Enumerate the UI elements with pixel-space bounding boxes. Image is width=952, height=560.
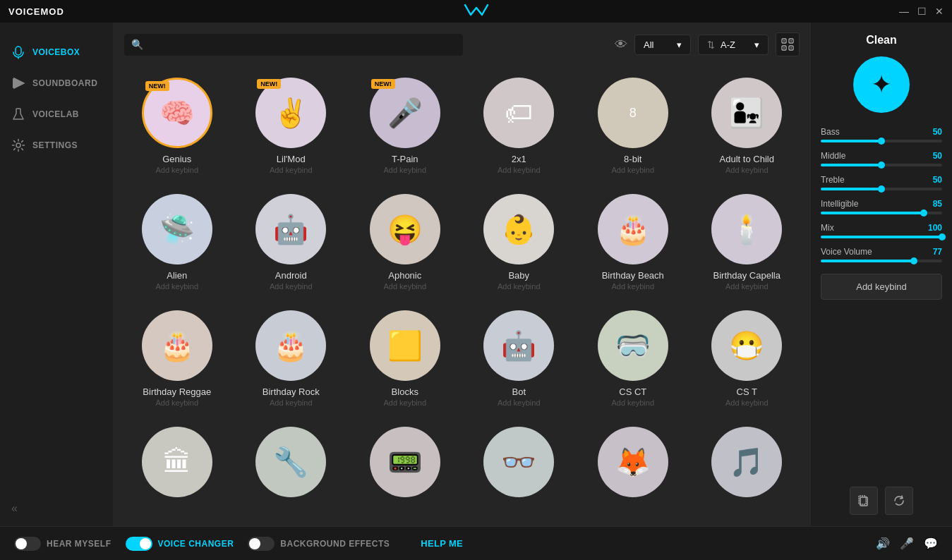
help-me-button[interactable]: HELP ME: [421, 538, 463, 549]
voice-card-birthdayrock[interactable]: 🎂Birthday RockAdd keybind: [239, 305, 344, 413]
voice-keybind-baby[interactable]: Add keybind: [498, 282, 541, 291]
voice-keybind-birthdaybeach[interactable]: Add keybind: [611, 282, 654, 291]
voice-keybind-birthdayrock[interactable]: Add keybind: [270, 398, 313, 407]
voice-card-r4[interactable]: 👓: [466, 421, 572, 509]
voice-avatar-birthdaybeach: 🎂: [598, 194, 668, 264]
sidebar-item-voicebox[interactable]: VOICEBOX: [0, 37, 113, 68]
voice-card-r2[interactable]: 🔧: [239, 421, 344, 509]
voice-keybind-birthdayreggae[interactable]: Add keybind: [155, 398, 198, 407]
slider-label-mix: Mix: [821, 223, 834, 233]
voice-card-8bit[interactable]: 88-bitAdd keybind: [580, 72, 686, 180]
slider-track-middle[interactable]: [821, 164, 942, 166]
search-input[interactable]: [124, 34, 463, 56]
slider-header-middle: Middle 50: [821, 151, 942, 161]
add-keybind-button[interactable]: Add keybind: [821, 274, 942, 300]
voice-keybind-adulttochild[interactable]: Add keybind: [725, 166, 769, 174]
slider-value-voice_volume: 77: [933, 247, 942, 257]
slider-header-voice_volume: Voice Volume 77: [821, 247, 942, 257]
slider-track-bass[interactable]: [821, 140, 942, 142]
sort-dropdown[interactable]: ⇅ A-Z ▾: [698, 35, 769, 55]
sidebar-collapse-button[interactable]: «: [0, 491, 113, 526]
slider-thumb-treble: [878, 185, 885, 193]
panel-actions: [850, 487, 913, 515]
svg-point-12: [783, 47, 785, 49]
slider-thumb-intelligible: [920, 209, 927, 217]
slider-thumb-voice_volume: [910, 257, 917, 264]
voice-card-birthdaycapella[interactable]: 🕯️Birthday CapellaAdd keybind: [694, 188, 800, 296]
voice-keybind-birthdaycapella[interactable]: Add keybind: [725, 282, 769, 291]
voice-keybind-alien[interactable]: Add keybind: [155, 282, 198, 291]
slider-track-intelligible[interactable]: [821, 212, 942, 214]
voice-keybind-8bit[interactable]: Add keybind: [611, 166, 654, 174]
voice-card-bot[interactable]: 🤖BotAdd keybind: [466, 305, 572, 413]
title-bar: VOICEMOD — ☐ ✕: [0, 0, 952, 23]
sidebar-item-voicelab[interactable]: VOICELAB: [0, 99, 113, 130]
voice-name-genius: Genius: [162, 154, 191, 164]
voice-keybind-blocks[interactable]: Add keybind: [383, 398, 426, 407]
voice-keybind-android[interactable]: Add keybind: [270, 282, 313, 291]
voice-card-r6[interactable]: 🎵: [694, 421, 800, 509]
voice-name-8bit: 8-bit: [624, 154, 641, 164]
reset-button[interactable]: [885, 487, 913, 515]
voice-name-2x1: 2x1: [512, 154, 526, 164]
toggle-knob: [16, 538, 27, 549]
panel-title: Clean: [866, 34, 897, 47]
copy-button[interactable]: [850, 487, 878, 515]
voice-keybind-bot[interactable]: Add keybind: [498, 398, 541, 407]
voice-grid-wrap: NEW!🧠GeniusAdd keybindNEW!✌️Lil'ModAdd k…: [113, 66, 811, 526]
volume-icon[interactable]: 🔊: [876, 537, 890, 550]
voice-emoji-birthdaybeach: 🎂: [615, 213, 651, 246]
voice-emoji-bot: 🤖: [501, 329, 536, 363]
hear-myself-toggle[interactable]: [14, 537, 41, 551]
voice-card-tpain[interactable]: NEW!🎤T-PainAdd keybind: [352, 72, 458, 180]
voice-card-baby[interactable]: 👶BabyAdd keybind: [466, 188, 572, 296]
voice-card-r3[interactable]: 📟: [352, 421, 458, 509]
close-button[interactable]: ✕: [935, 6, 944, 17]
filter-dropdown[interactable]: All ▾: [634, 35, 691, 55]
voice-changer-toggle[interactable]: [126, 537, 152, 551]
voice-card-blocks[interactable]: 🟨BlocksAdd keybind: [352, 305, 458, 413]
voice-card-lilmod[interactable]: NEW!✌️Lil'ModAdd keybind: [239, 72, 344, 180]
svg-point-11: [790, 40, 792, 42]
maximize-button[interactable]: ☐: [917, 6, 927, 17]
sidebar-item-soundboard[interactable]: SOUNDBOARD: [0, 68, 113, 99]
voice-card-aphonic[interactable]: 😝AphonicAdd keybind: [352, 188, 458, 296]
voice-avatar-lilmod: NEW!✌️: [255, 78, 326, 148]
voice-card-genius[interactable]: NEW!🧠GeniusAdd keybind: [124, 72, 230, 180]
voice-card-cst[interactable]: 😷CS TAdd keybind: [694, 305, 800, 413]
voice-card-r1[interactable]: 🏛: [124, 421, 230, 509]
eye-icon[interactable]: 👁: [615, 37, 627, 52]
voice-card-r5[interactable]: 🦊: [580, 421, 686, 509]
slider-track-voice_volume[interactable]: [821, 260, 942, 262]
random-button[interactable]: [776, 32, 800, 56]
bottom-right-icons: 🔊 🎤 💬: [876, 537, 938, 550]
voice-keybind-lilmod[interactable]: Add keybind: [270, 166, 313, 174]
voice-card-birthdayreggae[interactable]: 🎂Birthday ReggaeAdd keybind: [124, 305, 230, 413]
voice-card-2x1[interactable]: 🏷2x1Add keybind: [466, 72, 572, 180]
mic-icon[interactable]: 🎤: [900, 537, 914, 550]
voice-keybind-cst[interactable]: Add keybind: [725, 398, 769, 407]
slider-track-treble[interactable]: [821, 188, 942, 190]
voice-keybind-csct[interactable]: Add keybind: [611, 398, 654, 407]
slider-row-bass: Bass 50: [821, 127, 942, 142]
minimize-button[interactable]: —: [899, 6, 909, 17]
chat-icon[interactable]: 💬: [924, 537, 938, 550]
hear-myself-wrap: HEAR MYSELF: [14, 537, 112, 551]
voice-keybind-2x1[interactable]: Add keybind: [498, 166, 541, 174]
voice-card-csct[interactable]: 🥽CS CTAdd keybind: [580, 305, 686, 413]
slider-header-treble: Treble 50: [821, 175, 942, 185]
voice-card-adulttochild[interactable]: 👨‍👧Adult to ChildAdd keybind: [694, 72, 800, 180]
voice-avatar-r3: 📟: [370, 427, 440, 497]
slider-value-bass: 50: [933, 127, 942, 137]
voice-card-android[interactable]: 🤖AndroidAdd keybind: [239, 188, 344, 296]
slider-track-mix[interactable]: [821, 236, 942, 238]
voice-keybind-tpain[interactable]: Add keybind: [383, 166, 426, 174]
slider-value-intelligible: 85: [933, 199, 942, 209]
voice-keybind-genius[interactable]: Add keybind: [155, 166, 198, 174]
collapse-icon: «: [11, 502, 18, 514]
voice-keybind-aphonic[interactable]: Add keybind: [383, 282, 426, 291]
background-effects-toggle[interactable]: [248, 537, 275, 551]
voice-card-alien[interactable]: 🛸AlienAdd keybind: [124, 188, 230, 296]
voice-card-birthdaybeach[interactable]: 🎂Birthday BeachAdd keybind: [580, 188, 686, 296]
sidebar-item-settings[interactable]: SETTINGS: [0, 130, 113, 161]
